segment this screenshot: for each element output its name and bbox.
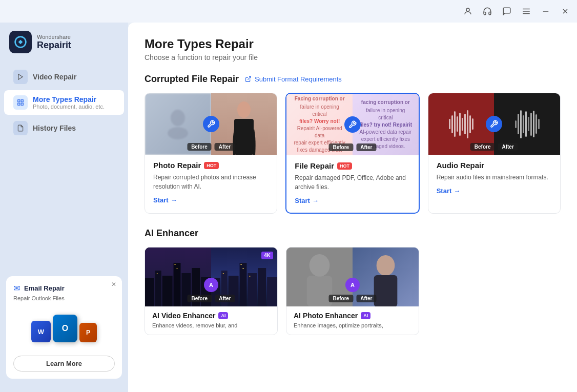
svg-rect-9 — [18, 100, 20, 102]
history-files-icon — [13, 121, 28, 135]
learn-more-button[interactable]: Learn More — [13, 356, 115, 372]
svg-rect-35 — [248, 273, 257, 306]
file-repair-badge: HOT — [337, 162, 352, 170]
page-subtitle: Choose a function to repair your file — [145, 53, 561, 61]
svg-rect-12 — [21, 103, 23, 105]
svg-rect-15 — [168, 127, 188, 139]
email-repair-icon: ✉ — [13, 283, 20, 293]
sidebar-item-video-repair-label: Video Repair — [33, 73, 76, 81]
sidebar-item-video-repair[interactable]: Video Repair — [4, 65, 124, 89]
svg-rect-40 — [223, 273, 224, 274]
corrupted-file-repair-title: Corrupted File Repair — [145, 74, 239, 85]
account-icon[interactable] — [462, 6, 473, 17]
ai-video-enhancer-image: 4K A Before After — [145, 247, 277, 306]
svg-rect-22 — [162, 276, 173, 306]
file-repair-title: File Repair — [295, 161, 334, 170]
ai-cards-grid: 4K A Before After AI Video Enhancer AI — [145, 247, 561, 335]
ai-photo-enhancer-desc: Enhance images, optimize portraits, — [294, 322, 411, 329]
audio-before-label: Before — [470, 143, 495, 151]
file-before-label: Before — [328, 143, 353, 151]
promo-subtitle: Repair Outlook Files — [13, 295, 115, 301]
svg-rect-28 — [177, 268, 178, 269]
video-repair-icon — [13, 70, 28, 84]
svg-rect-20 — [145, 278, 154, 306]
svg-point-0 — [466, 8, 469, 11]
photo-repair-badge: HOT — [204, 162, 219, 169]
audio-repair-overlay-icon — [486, 116, 502, 132]
sidebar-item-more-types-sub: Photo, document, audio, etc. — [33, 104, 105, 110]
sidebar-logo: Wondershare Repairit — [0, 31, 128, 64]
photo-before-label: Before — [187, 143, 212, 151]
sidebar-nav: Video Repair More Types Repair Photo, do… — [0, 64, 128, 271]
svg-point-16 — [237, 101, 251, 118]
svg-rect-39 — [243, 268, 244, 269]
sidebar-item-history-files[interactable]: History Files — [4, 116, 124, 140]
audio-repair-image: Before After — [428, 93, 560, 155]
audio-repair-card[interactable]: Before After Audio Repair Repair audio f… — [428, 93, 561, 214]
photo-repair-desc: Repair corrupted photos and increase res… — [153, 173, 269, 191]
audio-repair-title: Audio Repair — [437, 161, 484, 170]
submit-format-requirements-link[interactable]: Submit Format Requirements — [245, 75, 342, 83]
svg-rect-11 — [18, 103, 20, 105]
photo-after-label: After — [215, 143, 235, 151]
svg-rect-38 — [241, 264, 242, 265]
ai-photo-badge: AI — [361, 312, 370, 319]
ai-photo-enhancer-card[interactable]: A Before After AI Photo Enhancer AI E — [286, 247, 419, 335]
audio-repair-start-button[interactable]: Start → — [437, 187, 552, 195]
file-repair-overlay-icon — [344, 116, 361, 133]
promo-close-button[interactable]: ✕ — [110, 280, 118, 288]
ai-video-enhancer-card[interactable]: 4K A Before After AI Video Enhancer AI — [145, 247, 278, 335]
ai-photo-enhancer-title: AI Photo Enhancer — [294, 312, 358, 320]
promo-card: ✕ ✉ Email Repair Repair Outlook Files W … — [6, 276, 122, 379]
headset-icon[interactable] — [482, 6, 493, 17]
corrupted-file-repair-section: Corrupted File Repair Submit Format Requ… — [145, 74, 561, 214]
repair-cards-grid: Before After Photo Repair HOT Repair cor… — [145, 93, 561, 214]
minimize-icon[interactable] — [540, 6, 551, 17]
logo-name: Repairit — [37, 40, 71, 51]
svg-rect-27 — [175, 264, 176, 265]
file-after-label: After — [356, 143, 376, 151]
svg-point-47 — [377, 255, 395, 276]
sidebar-item-more-types-label: More Types Repair — [33, 95, 105, 104]
svg-point-14 — [171, 110, 185, 126]
sidebar-item-more-types-repair[interactable]: More Types Repair Photo, document, audio… — [4, 90, 124, 115]
svg-rect-10 — [21, 100, 23, 102]
badge-4k: 4K — [261, 252, 273, 259]
audio-after-label: After — [498, 143, 518, 151]
close-icon[interactable] — [560, 6, 571, 17]
audio-waveform-before — [449, 109, 473, 139]
svg-rect-41 — [249, 276, 250, 277]
svg-rect-21 — [155, 271, 161, 306]
page-header: More Types Repair Choose a function to r… — [145, 37, 561, 61]
photo-repair-card[interactable]: Before After Photo Repair HOT Repair cor… — [145, 93, 277, 214]
menu-icon[interactable] — [521, 6, 532, 17]
title-bar — [0, 0, 577, 23]
sidebar-item-history-files-label: History Files — [33, 124, 76, 132]
main-content: More Types Repair Choose a function to r… — [128, 23, 577, 392]
ai-photo-overlay-icon: A — [345, 278, 360, 292]
photo-repair-image: Before After — [145, 93, 277, 155]
page-title: More Types Repair — [145, 37, 561, 51]
svg-rect-48 — [374, 275, 398, 306]
ai-video-enhancer-desc: Enhance videos, remove blur, and — [152, 322, 270, 329]
photo-repair-title: Photo Repair — [153, 161, 201, 170]
svg-rect-36 — [258, 268, 266, 306]
ai-video-enhancer-title: AI Video Enhancer — [152, 312, 215, 320]
ai-video-badge: AI — [218, 312, 228, 319]
photo-repair-overlay-icon — [203, 116, 219, 132]
audio-waveform-after — [515, 109, 540, 139]
promo-title: Email Repair — [24, 284, 65, 292]
svg-rect-34 — [240, 263, 247, 306]
svg-rect-23 — [174, 263, 181, 306]
logo-icon — [9, 31, 32, 53]
file-repair-start-button[interactable]: Start → — [295, 197, 410, 204]
ai-photo-enhancer-image: A Before After — [286, 247, 419, 306]
chat-icon[interactable] — [501, 6, 512, 17]
logo-text: Wondershare Repairit — [37, 34, 71, 51]
svg-rect-29 — [157, 273, 158, 274]
sidebar: Wondershare Repairit Video Repair — [0, 23, 128, 392]
more-types-repair-icon — [13, 95, 28, 110]
file-repair-card[interactable]: Facing corruption or failure in opening … — [285, 93, 419, 214]
photo-repair-start-button[interactable]: Start → — [153, 196, 269, 204]
svg-marker-8 — [18, 74, 23, 80]
